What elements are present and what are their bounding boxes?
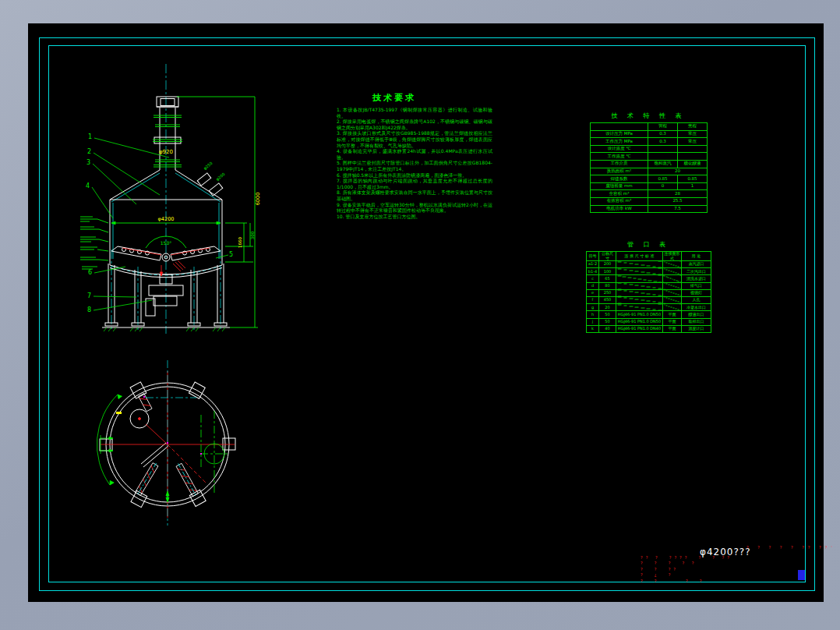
nozzle-face: 平面 (663, 318, 682, 325)
table-cell (616, 268, 663, 275)
dim-noz1: φ250 (203, 161, 214, 171)
nozzle-symbol: b1-4 (587, 268, 599, 275)
nozzle-use: 温度计口 (682, 325, 711, 332)
table-cell: 7.5 (648, 205, 708, 213)
dim-height: 6000 (255, 193, 261, 206)
table-cell (648, 153, 678, 161)
vessel-front-view: φ920 φ4200 6000 1660 300 150° φ250 φ200 … (43, 62, 277, 335)
tech-req-item: 1. 本设备按JB/T4735-1997《钢制焊接常压容器》进行制造、试验和验收… (337, 107, 492, 119)
table-cell: 1 (678, 182, 708, 190)
nozzle-use: 视镜灯 (682, 289, 711, 296)
row-label: 工作介质 (591, 160, 648, 168)
nozzle-face: 平面 (663, 311, 682, 318)
balloon-1: 1 (88, 133, 92, 140)
table-cell: 25.5 (648, 197, 708, 205)
table-cell (663, 261, 682, 268)
dim-noz2: φ200 (215, 172, 226, 182)
balloon-5: 5 (229, 251, 233, 258)
table-cell (616, 296, 663, 303)
nozzle-symbol: a1-2 (587, 261, 599, 268)
balloon-2: 2 (87, 148, 91, 155)
table-cell: 糖化醪液 (678, 160, 708, 168)
nozzle-size: 20 (599, 304, 616, 311)
table-cell: 饱和蒸汽 (648, 160, 678, 168)
tech-req-item: 6. 搅拌轴0.5米以上所有外表面涂防锈漆两遍，面漆色泽一致。 (337, 172, 492, 179)
grip-mark (798, 570, 805, 580)
table-cell (678, 153, 708, 161)
row-label: 电机功率 kW (591, 205, 648, 213)
nozzle-size: 40 (599, 325, 616, 332)
table-cell: 20 (648, 168, 708, 175)
nozzle-standard: HGJ46-91 PN1.0 DN40 (616, 325, 663, 332)
row-label: 工作压力 MPa (591, 138, 648, 146)
nozzle-symbol: g (587, 304, 599, 311)
dim-stack: φ920 (159, 149, 173, 155)
nozzle-table: 管 口 表 符号 公称尺寸 连 接 尺 寸 标 准 连接面形式 用 途 a1-2… (586, 240, 711, 333)
drawing-canvas: φ920 φ4200 6000 1660 300 150° φ250 φ200 … (28, 23, 824, 602)
table-cell: 0.3 (648, 138, 678, 146)
nozzle-use: 冷凝水出口 (682, 304, 711, 311)
tech-req-item: 10. 管口及支座方位按工艺管口方位图。 (337, 214, 492, 220)
nozzle-size: 80 (599, 282, 616, 289)
nozzle-use: 二次汽出口 (682, 268, 711, 275)
tech-req-item: 2. 焊接采用电弧焊，不锈钢之间焊条牌号A102，不锈钢与碳钢、碳钢与碳钢之间分… (337, 119, 492, 130)
balloon-7: 7 (87, 292, 91, 299)
col-header: 壳程 (678, 123, 708, 131)
nozzle-use: 人孔 (682, 296, 711, 303)
nozzle-symbol: j (587, 318, 599, 325)
weld-callouts (80, 217, 108, 269)
table-cell (663, 296, 682, 303)
nozzle-symbol: h (587, 311, 599, 318)
col-header: 连接面形式 (663, 252, 682, 261)
col-header: 用 途 (682, 252, 711, 261)
nozzle-standard: HGJ46-91 PN1.0 DN50 (616, 311, 663, 318)
tech-characteristics-table: 技 术 特 性 表 管程 壳程 设计压力 MPa0.3常压 工作压力 MPa0.… (590, 111, 707, 213)
table-cell: 0 (648, 182, 678, 190)
tech-characteristics-title: 技 术 特 性 表 (590, 111, 707, 120)
row-label: 换热面积 m² (591, 168, 648, 175)
tech-req-item: 4. 设备制造完毕后，盛满水静置24h试漏，并以0.4MPa表压进行水压试验。 (337, 148, 492, 160)
row-label: 腐蚀裕量 mm (591, 182, 648, 190)
balloon-8: 8 (87, 306, 91, 313)
dim-h1: 1660 (238, 237, 242, 248)
table-cell (648, 145, 678, 153)
nozzle-symbol: c (587, 275, 599, 282)
nozzle-size: 65 (599, 275, 616, 282)
centerlines (111, 64, 221, 334)
col-header: 管程 (648, 123, 678, 131)
table-cell (663, 268, 682, 275)
table-cell (678, 145, 708, 153)
balloon-6: 6 (88, 269, 92, 276)
row-label: 全容积 m³ (591, 190, 648, 198)
balloon-3: 3 (86, 159, 90, 166)
tech-req-item: 7. 搅拌器的轴向跳动与叶片端面跳动，其垂直度允差不得超过总长度的1/1000，… (337, 178, 492, 189)
table-cell: 0.85 (678, 175, 708, 183)
nozzle-use: 蒸汽进口 (682, 261, 711, 268)
balloon-4: 4 (86, 182, 90, 189)
nozzle-symbol: f (587, 296, 599, 303)
tech-req-item: 5. 图样中法兰密封面尺寸除管口标注外，加工面倒角尺寸公差按GB1804-197… (337, 160, 492, 172)
table-cell (663, 289, 682, 296)
plan-green (97, 395, 228, 502)
nozzle-size: 200 (599, 261, 616, 268)
nozzle-symbol: d (587, 282, 599, 289)
table-cell: 0.85 (648, 175, 678, 183)
table-cell: 28 (648, 190, 708, 198)
nozzle-symbol: e (587, 289, 599, 296)
dimension-labels: φ920 φ4200 6000 1660 300 150° φ250 φ200 (158, 149, 261, 248)
table-cell (663, 304, 682, 311)
table-cell (591, 123, 648, 131)
cad-preview-page: { "colors":{"line_green":"#00ee00","line… (0, 0, 840, 630)
col-header: 连 接 尺 寸 标 准 (616, 252, 663, 261)
nozzle-standard: HGJ46-91 PN1.0 DN50 (616, 318, 663, 325)
row-label: 设计温度 ℃ (591, 145, 648, 153)
table-cell (663, 282, 682, 289)
row-label: 焊缝系数 (591, 175, 648, 183)
baffle-strips (134, 394, 199, 498)
nozzle-use: 醪液出口 (682, 311, 711, 318)
nozzle-symbol: k (587, 325, 599, 332)
nozzle-table-title: 管 口 表 (586, 240, 711, 249)
nozzle-use: 取样出口 (682, 318, 711, 325)
row-label: 设计压力 MPa (591, 130, 648, 138)
row-label: 有效容积 m³ (591, 197, 648, 205)
